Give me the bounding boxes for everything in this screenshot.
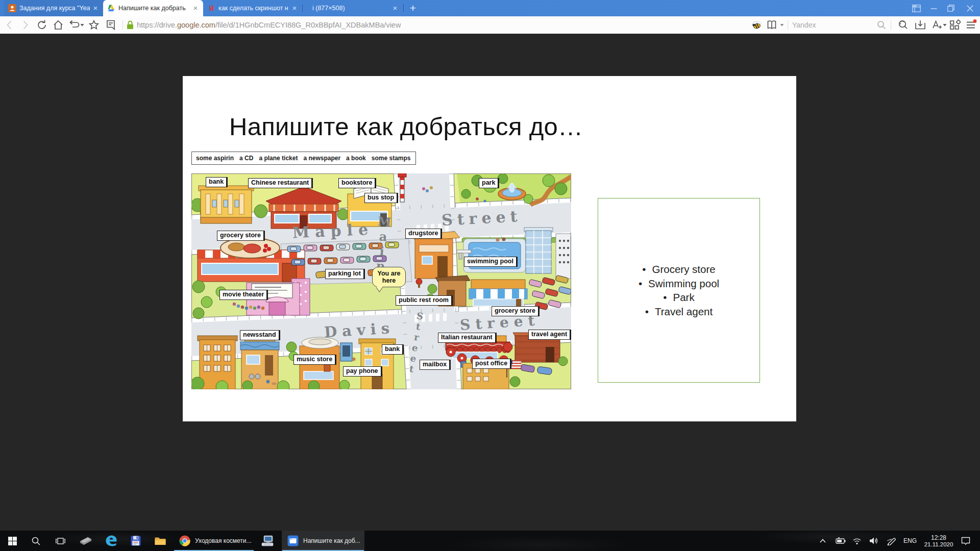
checklist-item: •Grocery store bbox=[642, 262, 715, 277]
bullet-icon: • bbox=[645, 306, 649, 317]
tray-volume-icon[interactable] bbox=[866, 531, 882, 551]
bee-extension-icon[interactable] bbox=[750, 19, 764, 31]
tab-title: Задания для курса "Yea bbox=[19, 5, 90, 12]
translate-button[interactable] bbox=[930, 18, 943, 32]
map-label-post-office: post office bbox=[472, 359, 511, 369]
taskbar-app-label: Уходовая космети... bbox=[195, 537, 252, 544]
file-explorer-icon[interactable] bbox=[149, 531, 172, 551]
bookmarks-book-button[interactable] bbox=[766, 19, 778, 31]
bookmarks-dropdown-icon[interactable] bbox=[779, 22, 785, 28]
map-label-bank-top: bank bbox=[206, 177, 228, 187]
https-lock-icon[interactable] bbox=[126, 20, 135, 30]
tab-close-icon[interactable]: × bbox=[391, 4, 399, 12]
scanner-app-icon[interactable] bbox=[75, 531, 97, 551]
tab-kak-sdelat[interactable]: Я как сделать скриншот н × bbox=[203, 0, 302, 16]
map-label-mailbox: mailbox bbox=[420, 360, 451, 370]
word-bank-item: some aspirin bbox=[196, 155, 234, 162]
collections-tiles-button[interactable] bbox=[948, 19, 961, 31]
tab-napishite-active[interactable]: Напишите как добрать × bbox=[103, 0, 203, 16]
chrome-icon bbox=[179, 535, 191, 547]
bookmark-star-button[interactable] bbox=[88, 19, 100, 31]
you-are-here-line: You are bbox=[378, 270, 401, 277]
toolbar-separator bbox=[891, 20, 891, 30]
search-input[interactable]: Yandex bbox=[792, 16, 816, 34]
map-label-bookstore: bookstore bbox=[338, 178, 376, 188]
map-label-bus-stop: bus stop bbox=[364, 193, 398, 203]
checklist-item: •Swimming pool bbox=[639, 277, 719, 291]
back-button[interactable] bbox=[4, 19, 15, 31]
action-center-icon[interactable] bbox=[955, 531, 976, 551]
tab-separator bbox=[403, 4, 404, 12]
tab-title: i (877×508) bbox=[312, 5, 389, 12]
window-panels-button[interactable] bbox=[908, 0, 925, 16]
map-label-music-store: music store bbox=[293, 355, 336, 365]
town-map-image: bank Chinese restaurant bookstore bus st… bbox=[191, 173, 571, 389]
map-label-movie-theater: movie theater bbox=[219, 290, 268, 300]
tray-clock[interactable]: 12:28 21.11.2020 bbox=[924, 531, 953, 551]
tray-wifi-icon[interactable] bbox=[849, 531, 865, 551]
punto-switcher-icon[interactable] bbox=[256, 531, 280, 551]
start-button[interactable] bbox=[1, 531, 23, 551]
address-bar[interactable]: https://drive.google.com/file/d/1HGnbCmE… bbox=[137, 16, 401, 34]
downloads-button[interactable] bbox=[914, 18, 927, 32]
street-name-maple: Maple bbox=[292, 220, 374, 242]
taskbar-app-label: Напишите как доб... bbox=[303, 537, 360, 544]
forward-button[interactable] bbox=[19, 19, 31, 31]
undo-button[interactable] bbox=[67, 19, 80, 31]
map-label-travel-agent: travel agent bbox=[528, 330, 571, 340]
word-bank-box: some aspirin a CD a plane ticket a newsp… bbox=[191, 152, 416, 165]
tray-hidden-icons-chevron[interactable] bbox=[815, 531, 831, 551]
taskbar-search-icon[interactable] bbox=[24, 531, 47, 551]
toolbar-separator bbox=[788, 20, 788, 30]
home-button[interactable] bbox=[52, 19, 64, 31]
tab-title: как сделать скриншот н bbox=[218, 5, 289, 12]
checklist-text: Swimming pool bbox=[648, 278, 719, 289]
you-are-here-line: here bbox=[382, 277, 396, 284]
slide-title: Напишите как добраться до… bbox=[229, 112, 583, 141]
translate-dropdown-icon[interactable] bbox=[942, 22, 947, 28]
answer-box: •Grocery store •Swimming pool •Park •Tra… bbox=[598, 198, 760, 383]
tab-close-icon[interactable]: × bbox=[192, 4, 199, 12]
map-label-grocery-store-left: grocery store bbox=[217, 231, 265, 241]
active-app-icon bbox=[287, 535, 299, 547]
word-bank-item: a plane ticket bbox=[259, 155, 298, 162]
google-drive-favicon-icon bbox=[107, 4, 115, 12]
tray-pen-icon[interactable] bbox=[884, 531, 900, 551]
task-view-button[interactable] bbox=[49, 531, 71, 551]
new-tab-button[interactable]: + bbox=[406, 1, 420, 15]
windows-taskbar: Уходовая космети... Напишите как доб... bbox=[0, 531, 980, 551]
minimize-button[interactable] bbox=[925, 0, 942, 16]
restore-button[interactable] bbox=[942, 0, 960, 16]
tray-battery-icon[interactable] bbox=[832, 531, 848, 551]
map-label-newsstand: newsstand bbox=[240, 330, 280, 340]
browser-window: Задания для курса "Yea × Напишите как до… bbox=[0, 0, 980, 551]
floppy-save-app-icon[interactable] bbox=[125, 531, 147, 551]
tab-zadaniya[interactable]: Задания для курса "Yea × bbox=[4, 0, 103, 16]
menu-button[interactable] bbox=[965, 19, 977, 31]
window-controls bbox=[908, 0, 980, 16]
word-bank-item: a newspaper bbox=[303, 155, 340, 162]
close-window-button[interactable] bbox=[960, 0, 980, 16]
tab-close-icon[interactable]: × bbox=[291, 4, 298, 12]
taskbar-app-napishite[interactable]: Напишите как доб... bbox=[282, 531, 364, 551]
browser-toolbar: https://drive.google.com/file/d/1HGnbCmE… bbox=[0, 16, 980, 34]
map-label-pay-phone: pay phone bbox=[343, 366, 382, 377]
tab-image-viewer[interactable]: i (877×508) × bbox=[303, 0, 403, 16]
tab-close-icon[interactable]: × bbox=[92, 4, 99, 12]
taskbar-app-chrome[interactable]: Уходовая космети... bbox=[174, 531, 254, 551]
edge-browser-icon[interactable] bbox=[100, 531, 122, 551]
drive-preview-backdrop: Напишите как добраться до… some aspirin … bbox=[0, 34, 980, 531]
notes-button[interactable] bbox=[105, 19, 117, 31]
zoom-loupe-button[interactable] bbox=[896, 18, 910, 32]
url-domain: google.com bbox=[177, 21, 215, 29]
yandex-ya-favicon-icon: Я bbox=[207, 4, 215, 12]
url-prefix: https://drive. bbox=[137, 21, 177, 29]
toolbar-separator bbox=[122, 20, 123, 30]
tray-language-indicator[interactable]: ENG bbox=[901, 531, 919, 551]
undo-dropdown-icon[interactable] bbox=[80, 22, 85, 28]
map-label-italian-restaurant: Italian restaurant bbox=[438, 333, 497, 343]
refresh-button[interactable] bbox=[36, 19, 48, 31]
checklist-text: Travel agent bbox=[655, 306, 713, 317]
search-icon[interactable] bbox=[876, 19, 887, 31]
person-favicon-icon bbox=[8, 4, 16, 12]
